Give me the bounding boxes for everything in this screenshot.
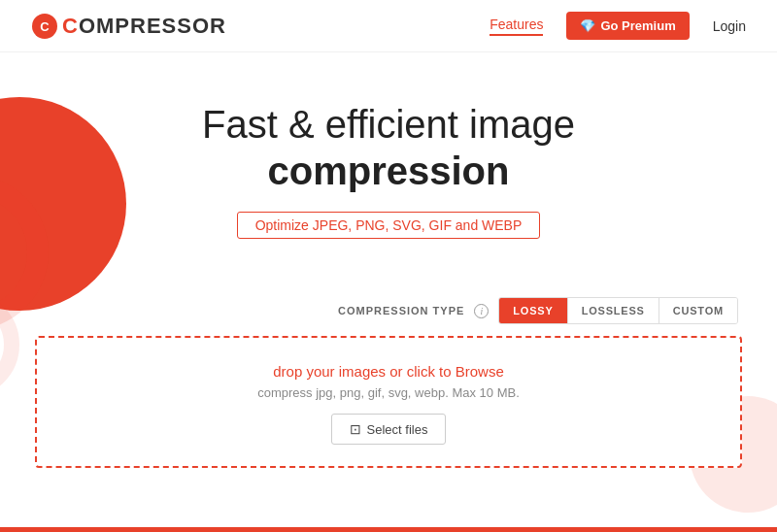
type-custom-button[interactable]: CUSTOM: [659, 298, 737, 323]
hero-title: Fast & efficient image compression: [0, 101, 777, 194]
svg-text:C: C: [40, 19, 50, 34]
navbar: C COMPRESSOR Features 💎 Go Premium Login: [0, 0, 777, 52]
type-lossy-button[interactable]: LOSSY: [499, 298, 567, 323]
gem-icon: 💎: [580, 18, 595, 33]
nav-right: Features 💎 Go Premium Login: [490, 12, 746, 40]
nav-login-link[interactable]: Login: [713, 18, 746, 34]
logo-text: COMPRESSOR: [62, 14, 226, 39]
upload-icon: ⊡: [350, 421, 361, 437]
hero-section: Fast & efficient image compression Optim…: [0, 52, 777, 239]
compression-type-buttons: LOSSY LOSSLESS CUSTOM: [498, 297, 738, 324]
compression-info-icon[interactable]: i: [474, 304, 489, 318]
drop-title: drop your images or click to Browse: [56, 363, 721, 380]
dropzone[interactable]: drop your images or click to Browse comp…: [35, 336, 742, 468]
compression-type-label: COMPRESSION TYPE: [338, 305, 464, 316]
hero-subtitle: Optimize JPEG, PNG, SVG, GIF and WEBP: [237, 212, 541, 239]
logo-icon: C: [31, 13, 58, 40]
go-premium-button[interactable]: 💎 Go Premium: [566, 12, 689, 40]
bottom-bar: [0, 527, 777, 532]
nav-features-link[interactable]: Features: [490, 17, 543, 36]
select-files-button[interactable]: ⊡ Select files: [331, 414, 447, 445]
drop-subtitle: compress jpg, png, gif, svg, webp. Max 1…: [56, 385, 721, 400]
logo[interactable]: C COMPRESSOR: [31, 13, 226, 40]
type-lossless-button[interactable]: LOSSLESS: [568, 298, 659, 323]
compression-type-section: COMPRESSION TYPE i LOSSY LOSSLESS CUSTOM: [0, 297, 777, 324]
